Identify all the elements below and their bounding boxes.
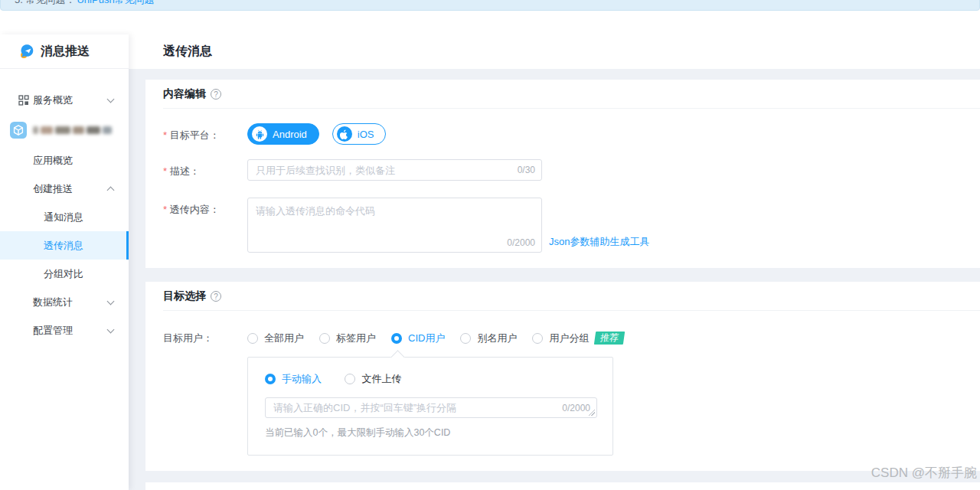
help-icon[interactable]: ?	[211, 291, 221, 302]
radio-label: 别名用户	[477, 332, 517, 345]
push-settings-card: 推送设置	[145, 482, 980, 490]
sidebar-item-label: 应用概览	[33, 154, 113, 168]
page-title: 透传消息	[163, 44, 212, 60]
sidebar-item-label: 配置管理	[33, 324, 108, 338]
page-header: 透传消息	[129, 34, 980, 69]
target-user-label: 目标用户：	[163, 329, 247, 345]
sidebar-item-notification-message[interactable]: 通知消息	[0, 203, 129, 231]
ios-label: iOS	[358, 129, 374, 140]
radio-alias-users[interactable]: 别名用户	[460, 329, 517, 345]
payload-counter: 0/2000	[504, 237, 535, 248]
sidebar-item-create-push[interactable]: 创建推送	[0, 175, 129, 203]
notice-bar: 5. 常见问题：UniPush常见问题	[0, 0, 980, 11]
radio-manual-input[interactable]: 手动输入	[265, 372, 322, 386]
payload-textarea[interactable]	[248, 198, 541, 252]
help-icon[interactable]: ?	[211, 89, 221, 100]
radio-circle-icon	[532, 333, 543, 344]
platform-row: 目标平台： Android	[163, 123, 980, 145]
sidebar-item-service-overview[interactable]: 服务概览	[0, 86, 129, 114]
radio-file-upload[interactable]: 文件上传	[345, 372, 401, 386]
android-label: Android	[273, 129, 307, 140]
radio-label: 全部用户	[264, 332, 304, 345]
sidebar-item-current-app[interactable]	[0, 114, 129, 146]
payload-textarea-box: 0/2000	[247, 198, 542, 253]
sidebar-item-config-management[interactable]: 配置管理	[0, 316, 129, 345]
section-title: 内容编辑	[163, 87, 206, 101]
description-label: 描述：	[163, 159, 247, 178]
app-name-redacted	[33, 126, 112, 134]
radio-selected-icon	[391, 333, 402, 344]
notice-link[interactable]: UniPush常见问题	[77, 0, 154, 7]
sidebar-header: 消息推送	[0, 34, 129, 69]
app-frame: 消息推送 服务概览	[0, 34, 980, 490]
sidebar-item-label: 透传消息	[44, 239, 113, 253]
radio-label: 用户分组	[549, 332, 589, 345]
resize-grip-icon[interactable]	[588, 409, 595, 416]
platform-label: 目标平台：	[163, 123, 247, 142]
cid-input-popover: 手动输入 文件上传 0/2000 当前已输入0个，最大限制手动输入30个CID	[247, 357, 613, 456]
radio-label: 手动输入	[282, 372, 322, 386]
sidebar-item-group-compare[interactable]: 分组对比	[0, 260, 129, 288]
recommend-badge: 推荐	[594, 332, 625, 345]
chevron-up-icon	[107, 187, 115, 194]
cid-mode-row: 手动输入 文件上传	[265, 372, 596, 387]
sidebar-menu: 服务概览	[0, 69, 129, 345]
radio-circle-icon	[460, 333, 471, 344]
watermark: CSDN @不掰手腕	[871, 464, 977, 482]
android-icon	[252, 126, 267, 142]
payload-row: 透传内容： 0/2000 Json参数辅助生成工具	[163, 198, 980, 253]
notice-text: 5. 常见问题：	[15, 0, 75, 7]
sidebar-item-label: 数据统计	[33, 296, 108, 309]
sidebar-item-passthrough-message[interactable]: 透传消息	[0, 231, 129, 260]
description-counter: 0/30	[514, 165, 535, 175]
radio-label: 文件上传	[361, 372, 401, 386]
ios-platform-button[interactable]: iOS	[332, 123, 387, 145]
android-platform-button[interactable]: Android	[247, 123, 319, 145]
radio-all-users[interactable]: 全部用户	[247, 329, 304, 345]
radio-circle-icon	[319, 333, 330, 344]
app-cube-icon	[10, 122, 27, 139]
content-edit-card: 内容编辑 ? 目标平台：	[145, 80, 980, 268]
sidebar: 消息推送 服务概览	[0, 34, 129, 490]
radio-circle-icon	[247, 333, 258, 344]
content-edit-heading: 内容编辑 ?	[163, 80, 980, 109]
chevron-down-icon	[107, 325, 115, 333]
push-logo-icon	[20, 44, 35, 59]
radio-circle-icon	[345, 374, 355, 384]
sidebar-item-label: 分组对比	[44, 267, 113, 281]
cid-input[interactable]	[266, 398, 596, 417]
apple-icon	[337, 126, 352, 142]
description-input[interactable]	[248, 160, 541, 180]
main-content: 透传消息 内容编辑 ? 目标平台：	[129, 34, 980, 490]
sidebar-item-label: 服务概览	[33, 93, 108, 107]
cid-hint: 当前已输入0个，最大限制手动输入30个CID	[265, 426, 596, 439]
radio-user-group[interactable]: 用户分组	[532, 329, 589, 345]
radio-label: CID用户	[408, 332, 445, 345]
grid-icon	[18, 95, 29, 106]
radio-tag-users[interactable]: 标签用户	[319, 329, 376, 345]
chevron-down-icon	[107, 297, 115, 305]
push-settings-heading: 推送设置	[163, 482, 980, 490]
sidebar-item-label: 创建推送	[33, 182, 108, 196]
json-tool-link[interactable]: Json参数辅助生成工具	[549, 235, 649, 249]
radio-selected-icon	[265, 374, 276, 384]
payload-label: 透传内容：	[163, 198, 247, 217]
description-input-box: 0/30	[247, 159, 542, 181]
sidebar-item-data-statistics[interactable]: 数据统计	[0, 288, 129, 316]
section-title: 目标选择	[163, 289, 206, 303]
sidebar-item-label: 通知消息	[44, 211, 113, 224]
sidebar-item-app-overview[interactable]: 应用概览	[0, 146, 129, 175]
target-user-row: 目标用户： 全部用户 标签用户 CID用户	[163, 329, 980, 345]
cid-input-box: 0/2000	[265, 397, 597, 418]
description-row: 描述： 0/30	[163, 159, 980, 181]
radio-label: 标签用户	[336, 332, 376, 345]
page-body: 内容编辑 ? 目标平台：	[129, 69, 980, 490]
chevron-down-icon	[107, 95, 115, 103]
target-select-card: 目标选择 ? 目标用户： 全部用户 标签用户 CID用户	[145, 282, 980, 471]
target-select-heading: 目标选择 ?	[163, 282, 980, 311]
sidebar-title: 消息推送	[41, 44, 90, 60]
radio-cid-users[interactable]: CID用户	[391, 329, 445, 345]
cid-counter: 0/2000	[559, 403, 590, 413]
